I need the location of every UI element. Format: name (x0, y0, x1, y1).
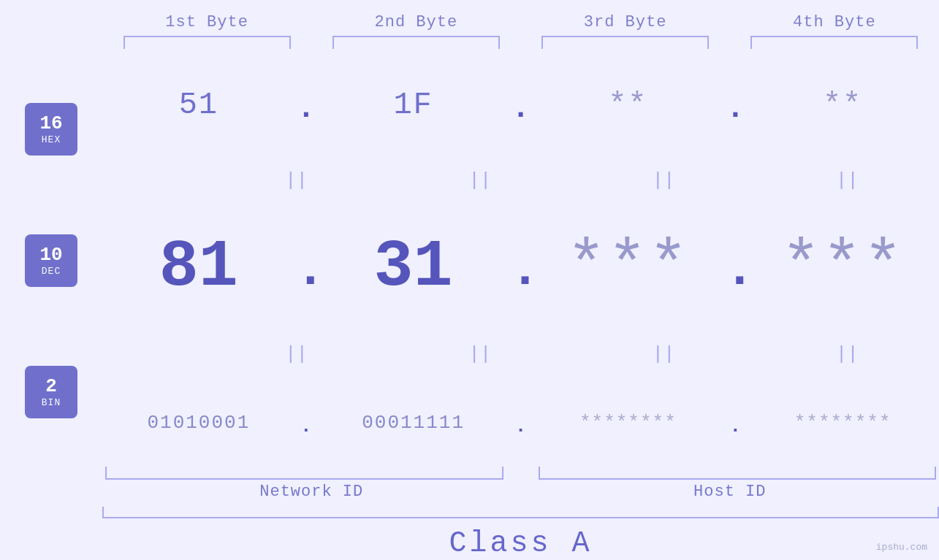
dec-row: 81 . 31 . *** . *** (102, 234, 939, 300)
badge-column: 16 HEX 10 DEC 2 BIN (0, 56, 102, 465)
top-bracket-4 (750, 36, 918, 49)
bin-badge-label: BIN (42, 397, 61, 408)
dec-badge-number: 10 (39, 245, 62, 266)
dec-byte-3: *** (532, 234, 725, 300)
dec-byte-2: 31 (317, 234, 510, 300)
byte-header-3: 3rd Byte (521, 13, 730, 31)
hex-byte-2: 1F (317, 88, 510, 123)
dec-byte-1: 81 (102, 234, 295, 300)
host-bracket-container (536, 467, 940, 480)
bracket-spacer-1 (506, 467, 536, 480)
full-bracket-row (0, 507, 939, 518)
bracket-cell-2 (311, 36, 520, 49)
class-label: Class A (449, 527, 592, 560)
equals-2-4: || (756, 342, 939, 367)
top-bracket-1 (123, 36, 291, 49)
bin-byte-1: 01010001 (102, 412, 295, 434)
equals-1-1: || (205, 168, 388, 193)
full-bracket (102, 507, 939, 518)
equals-2-2: || (388, 342, 571, 367)
hex-dot-1: . (295, 91, 317, 126)
network-id-label: Network ID (102, 483, 521, 501)
equals-2-3: || (572, 342, 756, 367)
byte-headers-row: 1st Byte 2nd Byte 3rd Byte 4th Byte (0, 13, 939, 31)
bin-dot-2: . (510, 415, 532, 437)
top-bracket-3 (541, 36, 709, 49)
bin-badge-number: 2 (45, 376, 57, 397)
hex-row: 51 . 1F . ** . ** (102, 84, 939, 126)
bin-row: 01010001 . 00011111 . ******** . *******… (102, 408, 939, 437)
top-bracket-2 (332, 36, 500, 49)
main-container: 1st Byte 2nd Byte 3rd Byte 4th Byte 16 H… (0, 0, 939, 560)
byte-header-4: 4th Byte (730, 13, 939, 31)
dec-dot-2: . (510, 242, 532, 299)
hex-badge-label: HEX (42, 134, 61, 145)
bin-byte-3: ******** (532, 412, 725, 434)
network-bracket-container (102, 467, 506, 480)
bottom-brackets (102, 467, 939, 480)
bottom-section: Network ID Host ID (0, 467, 939, 501)
bracket-cell-4 (730, 36, 939, 49)
host-id-label: Host ID (521, 483, 940, 501)
bin-byte-4: ******** (746, 412, 939, 434)
equals-2-1: || (205, 342, 388, 367)
hex-byte-4: ** (746, 88, 939, 123)
equals-1-4: || (756, 168, 939, 193)
bottom-labels: Network ID Host ID (102, 483, 939, 501)
equals-1-3: || (572, 168, 756, 193)
host-bracket (539, 467, 937, 480)
bracket-cell-3 (521, 36, 730, 49)
byte-header-2: 2nd Byte (311, 13, 520, 31)
bin-badge: 2 BIN (25, 366, 77, 418)
bin-byte-2: 00011111 (317, 412, 510, 434)
dec-byte-4: *** (746, 234, 939, 300)
dec-dot-3: . (724, 242, 746, 299)
dec-dot-1: . (295, 242, 317, 299)
data-rows: 51 . 1F . ** . ** || || || || (102, 56, 939, 465)
dec-badge: 10 DEC (25, 234, 77, 287)
watermark: ipshu.com (876, 542, 927, 553)
equals-row-1: || || || || (102, 168, 939, 193)
hex-dot-3: . (724, 91, 746, 126)
class-label-row: Class A (0, 527, 939, 560)
equals-row-2: || || || || (102, 342, 939, 367)
top-brackets-row (0, 36, 939, 49)
bin-dot-1: . (295, 415, 317, 437)
hex-byte-1: 51 (102, 88, 295, 123)
network-bracket (105, 467, 503, 480)
hex-byte-3: ** (532, 88, 725, 123)
hex-dot-2: . (510, 91, 532, 126)
hex-badge: 16 HEX (25, 103, 77, 156)
byte-header-1: 1st Byte (102, 13, 311, 31)
content-area: 16 HEX 10 DEC 2 BIN 51 . 1F (0, 56, 939, 465)
equals-1-2: || (388, 168, 571, 193)
bracket-cell-1 (102, 36, 311, 49)
bin-dot-3: . (724, 415, 746, 437)
hex-badge-number: 16 (39, 113, 62, 134)
dec-badge-label: DEC (42, 266, 61, 277)
